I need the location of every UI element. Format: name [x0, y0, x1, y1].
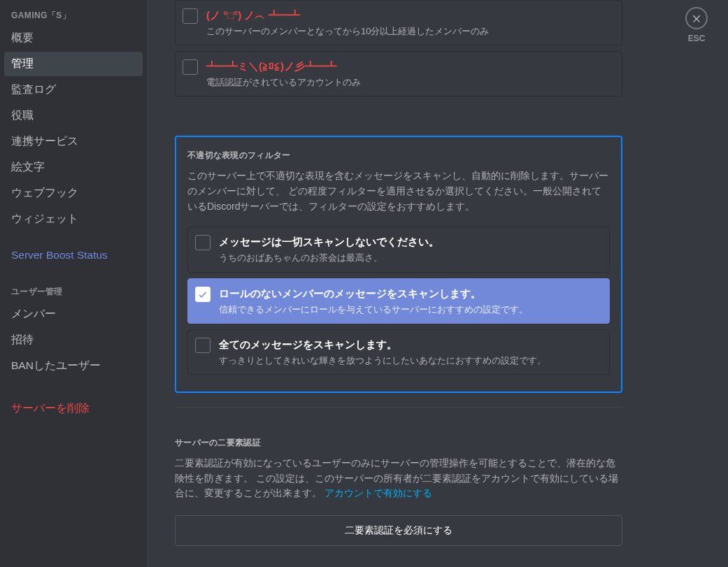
sidebar-item-invites[interactable]: 招待	[4, 328, 143, 352]
checkbox-icon	[195, 235, 210, 250]
sidebar-item-label: 監査ログ	[11, 83, 56, 95]
option-text: (ノ °□°) ノ︵ ┻━┻ このサーバーのメンバーとなってから10分以上経過し…	[206, 8, 615, 38]
explicit-filter-section: 不適切な表現のフィルター このサーバー上で不適切な表現を含むメッセージをスキャン…	[175, 136, 622, 393]
sidebar-item-label: 役職	[11, 109, 34, 121]
option-text: ┻━┻ミ＼(≧ﾛ≦)ノ彡┻━┻ 電話認証がされているアカウントのみ	[206, 59, 615, 89]
section-description: このサーバー上で不適切な表現を含むメッセージをスキャンし、自動的に削除します。サ…	[187, 168, 610, 214]
close-button[interactable]	[685, 7, 708, 29]
sidebar-item-overview[interactable]: 概要	[4, 26, 143, 50]
checkbox-icon	[195, 287, 210, 302]
option-subtitle: すっきりとしてきれいな輝きを放つようにしたいあなたにおすすめの設定です。	[219, 354, 602, 367]
sidebar-item-label: 概要	[11, 31, 34, 43]
sidebar-item-label: ウィジェット	[11, 213, 78, 224]
sidebar-item-label: サーバーを削除	[11, 402, 90, 414]
sidebar-item-label: ウェブフック	[11, 187, 78, 199]
verify-option-highest[interactable]: ┻━┻ミ＼(≧ﾛ≦)ノ彡┻━┻ 電話認証がされているアカウントのみ	[175, 51, 622, 96]
verify-option-high[interactable]: (ノ °□°) ノ︵ ┻━┻ このサーバーのメンバーとなってから10分以上経過し…	[175, 0, 622, 45]
twofa-section: サーバーの二要素認証 二要素認証が有効になっているユーザーのみにサーバーの管理操…	[175, 424, 622, 546]
sidebar-item-label: 管理	[11, 57, 34, 69]
checkbox-icon	[183, 59, 198, 75]
close-area: ESC	[665, 7, 728, 43]
divider	[175, 407, 622, 408]
sidebar-item-label: メンバー	[11, 308, 56, 320]
sidebar-item-integrations[interactable]: 連携サービス	[4, 129, 143, 154]
sidebar-item-delete-server[interactable]: サーバーを削除	[4, 396, 143, 421]
sidebar-item-widget[interactable]: ウィジェット	[4, 207, 143, 231]
option-title: (ノ °□°) ノ︵ ┻━┻	[206, 8, 615, 22]
close-icon	[691, 13, 702, 24]
option-title: メッセージは一切スキャンしないでください。	[219, 234, 602, 249]
option-title: ロールのないメンバーのメッセージをスキャンします。	[219, 286, 602, 301]
sidebar: GAMING「S」 概要 管理 監査ログ 役職 連携サービス 絵文字 ウェブフッ…	[0, 0, 147, 567]
section-heading: 不適切な表現のフィルター	[187, 150, 610, 162]
content-area: ESC (ノ °□°) ノ︵ ┻━┻ このサーバーのメンバーとなってから10分以…	[147, 0, 728, 567]
sidebar-item-webhooks[interactable]: ウェブフック	[4, 181, 143, 206]
sidebar-item-emoji[interactable]: 絵文字	[4, 155, 143, 180]
require-2fa-button[interactable]: 二要素認証を必須にする	[175, 515, 622, 546]
esc-label: ESC	[688, 34, 706, 43]
section-heading: サーバーの二要素認証	[175, 437, 622, 449]
sidebar-header: GAMING「S」	[4, 0, 143, 24]
filter-option-no-role[interactable]: ロールのないメンバーのメッセージをスキャンします。 信頼できるメンバーにロールを…	[187, 278, 610, 324]
option-subtitle: 電話認証がされているアカウントのみ	[206, 76, 615, 89]
sidebar-section-user-management: ユーザー管理	[4, 268, 143, 301]
option-subtitle: うちのおばあちゃんのお茶会は最高さ。	[219, 252, 602, 264]
checkbox-icon	[195, 338, 210, 353]
button-label: 二要素認証を必須にする	[345, 524, 452, 536]
sidebar-item-label: BANしたユーザー	[11, 359, 101, 371]
option-subtitle: 信頼できるメンバーにロールを与えているサーバーにおすすめの設定です。	[219, 303, 602, 316]
option-text: 全てのメッセージをスキャンします。 すっきりとしてきれいな輝きを放つようにしたい…	[219, 337, 602, 367]
sidebar-item-members[interactable]: メンバー	[4, 302, 143, 326]
sidebar-item-label: 絵文字	[11, 161, 45, 173]
sidebar-item-label: 招待	[11, 333, 34, 345]
section-description: 二要素認証が有効になっているユーザーのみにサーバーの管理操作を可能とすることで、…	[175, 456, 622, 501]
enable-2fa-link[interactable]: アカウントで有効にする	[324, 487, 432, 498]
option-subtitle: このサーバーのメンバーとなってから10分以上経過したメンバーのみ	[206, 25, 615, 38]
option-title: ┻━┻ミ＼(≧ﾛ≦)ノ彡┻━┻	[206, 59, 615, 73]
filter-option-all[interactable]: 全てのメッセージをスキャンします。 すっきりとしてきれいな輝きを放つようにしたい…	[187, 329, 610, 375]
sidebar-item-boost-status[interactable]: Server Boost Status	[4, 244, 143, 266]
sidebar-item-audit-log[interactable]: 監査ログ	[4, 78, 143, 102]
sidebar-item-label: Server Boost Status	[11, 249, 108, 261]
sidebar-item-roles[interactable]: 役職	[4, 103, 143, 128]
sidebar-item-bans[interactable]: BANしたユーザー	[4, 354, 143, 378]
option-text: ロールのないメンバーのメッセージをスキャンします。 信頼できるメンバーにロールを…	[219, 286, 602, 316]
filter-option-none[interactable]: メッセージは一切スキャンしないでください。 うちのおばあちゃんのお茶会は最高さ。	[187, 227, 610, 272]
sidebar-item-label: 連携サービス	[11, 135, 78, 147]
sidebar-item-moderation[interactable]: 管理	[4, 52, 143, 76]
checkbox-icon	[183, 8, 198, 24]
option-text: メッセージは一切スキャンしないでください。 うちのおばあちゃんのお茶会は最高さ。	[219, 234, 602, 264]
option-title: 全てのメッセージをスキャンします。	[219, 337, 602, 352]
